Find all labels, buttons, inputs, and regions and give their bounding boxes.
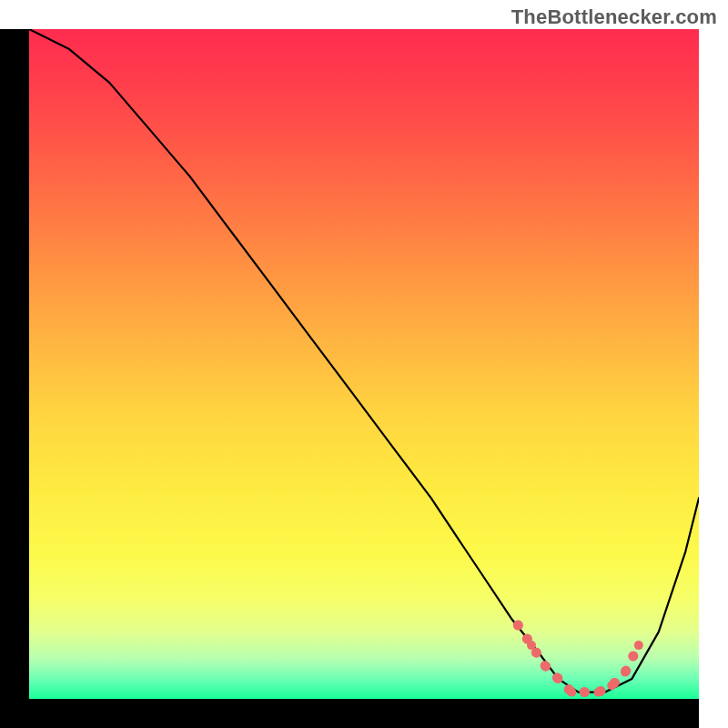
bottleneck-chart: TheBottlenecker.com	[0, 0, 728, 728]
curve-layer	[29, 29, 699, 699]
optimal-range-markers	[513, 621, 643, 697]
bottleneck-curve	[29, 29, 699, 693]
y-axis	[0, 29, 29, 699]
x-axis	[29, 699, 699, 728]
svg-point-7	[607, 681, 616, 690]
plot-area	[29, 29, 699, 699]
svg-point-5	[581, 688, 590, 697]
svg-point-4	[567, 688, 576, 697]
axis-origin	[0, 699, 29, 728]
svg-point-0	[513, 621, 522, 630]
svg-point-6	[594, 688, 603, 697]
svg-point-8	[621, 668, 630, 677]
svg-point-1	[527, 641, 536, 650]
svg-point-9	[634, 641, 643, 650]
watermark-label: TheBottlenecker.com	[511, 5, 717, 29]
svg-point-2	[541, 661, 550, 670]
svg-point-3	[553, 674, 562, 683]
